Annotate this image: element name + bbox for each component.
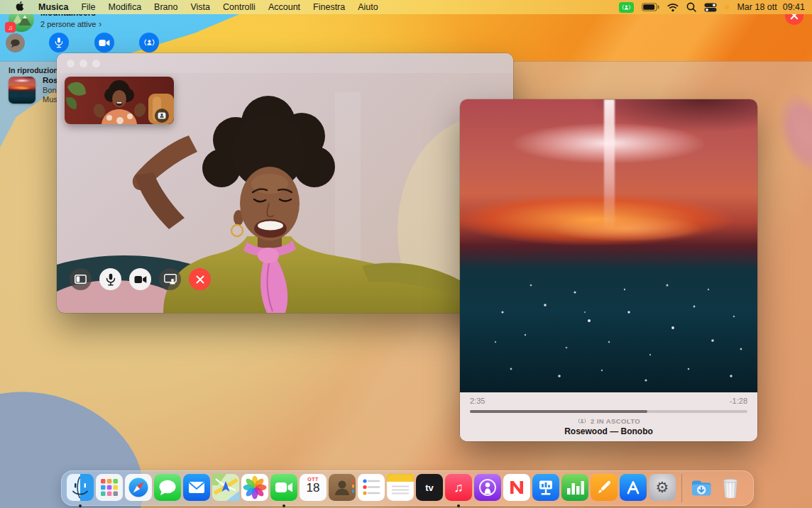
- dock-item-contacts[interactable]: [329, 474, 356, 501]
- dock-item-podcasts[interactable]: [474, 474, 501, 501]
- shareplay-person-icon: [621, 3, 632, 12]
- dock-item-facetime[interactable]: [270, 474, 297, 501]
- active-people-label: 2 persone attive: [40, 20, 96, 28]
- progress-fill: [470, 410, 647, 413]
- minimize-window-button[interactable]: [79, 60, 87, 67]
- sidebar-toggle-button[interactable]: [70, 268, 92, 290]
- menu-item-account[interactable]: Account: [262, 2, 307, 12]
- remaining-time: -1:28: [730, 397, 747, 405]
- active-people-row[interactable]: 2 persone attive ›: [40, 19, 102, 29]
- end-call-button[interactable]: [189, 268, 211, 290]
- wifi-icon[interactable]: [667, 3, 679, 12]
- menu-item-aiuto[interactable]: Aiuto: [351, 2, 385, 12]
- share-screen-icon: [164, 274, 177, 285]
- menu-item-brano[interactable]: Brano: [148, 2, 184, 12]
- shareplay-button[interactable]: [139, 33, 159, 53]
- shareplay-status-icon[interactable]: [619, 2, 634, 13]
- dock-item-maps[interactable]: [212, 474, 239, 501]
- clock-date: Mar 18 ott: [737, 2, 777, 12]
- music-fullscreen-player-window: 2:35 -1:28 2 IN ASCOLTO Rosewood — Bonob…: [460, 99, 757, 441]
- zoom-window-button[interactable]: [92, 60, 100, 67]
- dock-item-numbers[interactable]: [561, 474, 588, 501]
- menu-item-modifica[interactable]: Modifica: [102, 2, 148, 12]
- shareplay-icon: [143, 38, 155, 48]
- dock-divider: [681, 474, 682, 502]
- dock-item-downloads[interactable]: [688, 474, 715, 501]
- control-center-icon[interactable]: [704, 3, 717, 12]
- dock: OTT 18 tv ♫: [61, 470, 754, 506]
- dock-item-reminders[interactable]: [358, 474, 385, 501]
- dock-item-notes[interactable]: [387, 474, 414, 501]
- tv-label: tv: [425, 482, 434, 493]
- music-note-glyph: ♫: [454, 480, 463, 495]
- dock-item-finder[interactable]: [67, 474, 94, 501]
- microphone-icon: [106, 273, 116, 286]
- facetime-controls: [70, 268, 211, 290]
- dock-item-tv[interactable]: tv: [416, 474, 443, 501]
- dock-item-calendar[interactable]: OTT 18: [300, 474, 327, 501]
- now-playing-title: Rosewood — Bonobo: [470, 426, 747, 436]
- dock-item-pages[interactable]: [591, 474, 618, 501]
- clock-time: 09:41: [783, 2, 805, 12]
- music-app-badge: ♫: [5, 22, 16, 33]
- dock-item-news[interactable]: [503, 474, 530, 501]
- apple-logo-icon: [15, 1, 24, 11]
- spotlight-search-icon[interactable]: [686, 2, 696, 12]
- video-camera-icon: [134, 275, 147, 284]
- menu-bar: Musica File Modifica Brano Vista Control…: [0, 0, 812, 14]
- pip-toggle-icon[interactable]: [155, 109, 169, 123]
- dock-item-mail[interactable]: [183, 474, 210, 501]
- album-art-sparkles: [460, 99, 757, 392]
- video-camera-icon: [99, 39, 110, 47]
- camera-button[interactable]: [94, 33, 114, 53]
- gear-icon: ⚙: [656, 479, 669, 496]
- dock-item-system-settings[interactable]: ⚙: [649, 474, 676, 501]
- mute-microphone-button[interactable]: [99, 268, 121, 290]
- messages-button[interactable]: [6, 33, 25, 53]
- music-note-glyph: ♫: [8, 24, 13, 31]
- chevron-right-icon: ›: [99, 19, 102, 29]
- status-orange-dot: [725, 5, 729, 9]
- now-playing-label: In riproduzione: [9, 66, 62, 74]
- menu-bar-clock[interactable]: Mar 18 ott 09:41: [737, 2, 805, 12]
- facetime-titlebar[interactable]: [57, 53, 513, 73]
- chat-bubble-icon: [9, 38, 21, 49]
- track-artwork: [9, 77, 35, 104]
- listening-count-label: 2 IN ASCOLTO: [591, 417, 640, 425]
- window-traffic-lights: [67, 60, 100, 67]
- menu-item-file[interactable]: File: [75, 2, 102, 12]
- facetime-window: [57, 53, 513, 313]
- menu-item-vista[interactable]: Vista: [184, 2, 216, 12]
- microphone-button[interactable]: [49, 33, 69, 53]
- camera-toggle-button[interactable]: [129, 268, 151, 290]
- dock-item-launchpad[interactable]: [96, 474, 123, 501]
- dock-item-safari[interactable]: [125, 474, 152, 501]
- share-screen-button[interactable]: [159, 268, 181, 290]
- close-window-button[interactable]: [67, 60, 75, 67]
- facetime-pip-tile[interactable]: [65, 77, 174, 124]
- music-player-bar: 2:35 -1:28 2 IN ASCOLTO Rosewood — Bonob…: [460, 392, 757, 441]
- microphone-icon: [55, 37, 63, 48]
- dock-item-keynote[interactable]: [532, 474, 559, 501]
- battery-icon[interactable]: [642, 3, 659, 11]
- shareplay-listening-row: 2 IN ASCOLTO: [470, 417, 747, 425]
- shareplay-listeners-icon: [577, 417, 587, 425]
- apple-menu[interactable]: [7, 1, 32, 13]
- menu-item-musica[interactable]: Musica: [32, 2, 75, 12]
- dock-item-messages[interactable]: [154, 474, 181, 501]
- dock-item-music[interactable]: ♫: [445, 474, 472, 501]
- close-x-icon: [196, 275, 204, 284]
- elapsed-time: 2:35: [470, 397, 485, 405]
- dock-item-trash[interactable]: [717, 474, 744, 501]
- menu-item-controlli[interactable]: Controlli: [216, 2, 262, 12]
- dock-item-app-store[interactable]: [620, 474, 647, 501]
- progress-bar[interactable]: [470, 410, 747, 413]
- sidebar-icon: [75, 275, 87, 284]
- album-art-rosewood: [460, 99, 757, 392]
- dock-item-photos[interactable]: [241, 474, 268, 501]
- calendar-day-label: 18: [307, 481, 320, 495]
- menu-item-finestra[interactable]: Finestra: [307, 2, 351, 12]
